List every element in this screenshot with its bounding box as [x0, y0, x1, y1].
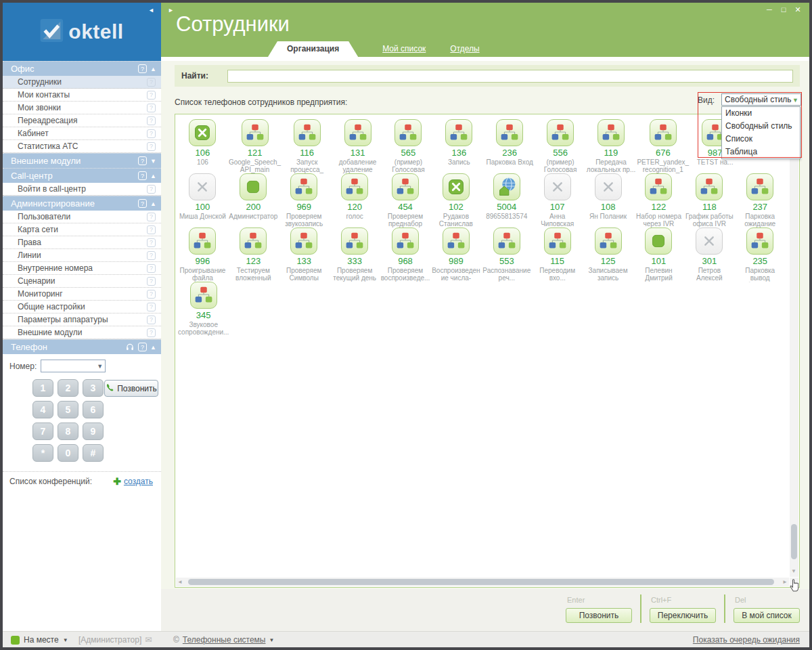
show-queue-link[interactable]: Показать очередь ожидания [693, 632, 800, 648]
vertical-scrollbar-thumb[interactable] [791, 524, 797, 559]
contact[interactable]: 345Звуковое сопровождени... [177, 282, 229, 336]
action-button[interactable]: В мой список [734, 608, 800, 623]
contact[interactable]: 236Парковка Вход [484, 119, 535, 173]
tab-1[interactable]: Мой список [382, 44, 426, 57]
vertical-scrollbar[interactable]: ▼ [790, 115, 798, 577]
mail-icon[interactable]: ✉ [145, 635, 152, 645]
contact[interactable]: 120голос [330, 173, 380, 228]
scroll-down-icon[interactable]: ▼ [791, 568, 796, 574]
contact[interactable]: 454Проверяем преднабор [380, 173, 431, 228]
contact[interactable]: 108Ян Поланик [583, 173, 633, 228]
contact[interactable]: 123Тестируем вложенный сц... [228, 228, 279, 282]
help-icon[interactable]: ? [147, 116, 156, 125]
contact[interactable]: 996Проигрывание файла [177, 228, 228, 282]
view-select[interactable]: Свободный стиль ▼ [721, 93, 801, 106]
sidebar-item[interactable]: Внешние модули? [3, 326, 161, 339]
contact[interactable]: 131добавление удаление лини... [332, 119, 383, 173]
maximize-button[interactable]: □ [777, 5, 790, 15]
sidebar-item[interactable]: Карта сети? [3, 223, 161, 236]
horizontal-scrollbar[interactable]: ◄ ► [176, 578, 789, 586]
dialpad-key-7[interactable]: 7 [32, 422, 53, 440]
contact[interactable]: 200Администратор [228, 173, 279, 228]
contact[interactable]: 136Запись [434, 119, 484, 173]
contact[interactable]: 116Запуск процесса_ Chr... [281, 119, 332, 173]
sidebar-item[interactable]: Войти в call-центр? [3, 183, 161, 196]
help-icon[interactable]: ? [147, 264, 156, 273]
contact[interactable]: 676PETER_yandex_ recognition_1 [636, 119, 690, 173]
contact[interactable]: 115Переводим вхо... [532, 228, 583, 282]
sidebar-item[interactable]: Кабинет? [3, 127, 161, 140]
contact[interactable]: 333Проверяем текущий день ... [330, 228, 380, 282]
sidebar-item[interactable]: Сотрудники? [3, 76, 161, 89]
help-icon[interactable]: ? [138, 199, 147, 208]
dialpad-key-1[interactable]: 1 [32, 379, 53, 397]
help-icon[interactable]: ? [138, 171, 147, 180]
sidebar-section-header-4[interactable]: Телефон?▲ [3, 339, 161, 354]
dialpad-key-*[interactable]: * [32, 444, 53, 462]
contact[interactable]: 235Парковка вывод абонента с па... [735, 228, 786, 282]
search-input[interactable] [227, 70, 793, 83]
contact[interactable]: 301Петров Алексей [684, 228, 735, 282]
help-icon[interactable]: ? [147, 78, 156, 87]
contact[interactable]: 133Проверяем Символы прер... [279, 228, 330, 282]
contact[interactable]: 121Google_Speech_ API_main [228, 119, 281, 173]
help-icon[interactable]: ? [147, 225, 156, 234]
help-icon[interactable]: ? [147, 238, 156, 247]
contact[interactable]: 989Воспроизведен ие числа-врем... [430, 228, 481, 282]
sidebar-item[interactable]: Пользователи? [3, 211, 161, 223]
sidebar-item[interactable]: Линии? [3, 249, 161, 262]
sidebar-item[interactable]: Мониторинг? [3, 288, 161, 301]
sidebar-item[interactable]: Переадресация? [3, 114, 161, 127]
help-icon[interactable]: ? [147, 303, 156, 311]
contact[interactable]: 556(пример) Голосовая поч... [535, 119, 586, 173]
contact[interactable]: 100Миша Донской [177, 173, 228, 228]
sidebar-item[interactable]: Статистика АТС? [3, 140, 161, 153]
chevron-up-icon[interactable]: ▲ [150, 344, 156, 351]
help-icon[interactable]: ? [147, 213, 156, 221]
contact[interactable]: 565(пример) Голосовая поч... [383, 119, 434, 173]
dialpad-key-0[interactable]: 0 [58, 444, 78, 462]
dialpad-key-6[interactable]: 6 [83, 401, 104, 418]
chevron-up-icon[interactable]: ▲ [150, 173, 156, 179]
help-icon[interactable]: ? [147, 251, 156, 260]
view-option-2[interactable]: Список [722, 133, 800, 146]
help-icon[interactable]: ? [138, 343, 147, 351]
contact[interactable]: 968Проверяем воспроизведе... [380, 228, 431, 282]
presence-selector[interactable]: На месте ▼ [11, 632, 68, 648]
chevron-up-icon[interactable]: ▲ [150, 66, 156, 72]
minimize-button[interactable]: ─ [763, 5, 775, 15]
tab-0[interactable]: Организация [268, 41, 358, 57]
view-option-1[interactable]: Свободный стиль [722, 120, 800, 133]
help-icon[interactable]: ? [147, 328, 156, 337]
dialpad-key-9[interactable]: 9 [83, 422, 104, 440]
help-icon[interactable]: ? [147, 290, 156, 299]
sidebar-item[interactable]: Сценарии? [3, 275, 161, 288]
help-icon[interactable]: ? [147, 91, 156, 100]
sidebar-item[interactable]: Общие настройки? [3, 301, 161, 313]
sidebar-section-header-3[interactable]: Администрирование?▲ [3, 196, 161, 211]
contact[interactable]: 106106 [177, 119, 228, 173]
horizontal-scrollbar-thumb[interactable] [188, 579, 774, 585]
number-input[interactable]: ▼ [41, 360, 106, 372]
action-button[interactable]: Позвонить [566, 608, 632, 623]
dialpad-key-5[interactable]: 5 [58, 401, 78, 418]
collapse-sidebar-icon[interactable]: ◄ [148, 7, 154, 14]
contact[interactable]: 500489655813574 [481, 173, 532, 228]
contact[interactable]: 107Анна Чиповская [532, 173, 583, 228]
company-link[interactable]: Телефонные системы [183, 635, 266, 645]
help-icon[interactable]: ? [147, 129, 156, 138]
tab-2[interactable]: Отделы [450, 44, 479, 57]
contact[interactable]: 125Записываем запись [583, 228, 633, 282]
chevron-down-icon[interactable]: ▼ [792, 97, 798, 104]
help-icon[interactable]: ? [138, 64, 147, 73]
contact[interactable]: 969Проверяем звукозапись [279, 173, 330, 228]
sidebar-item[interactable]: Внутренние номера? [3, 262, 161, 275]
contact[interactable]: 101Пелевин Дмитрий [633, 228, 684, 282]
chevron-down-icon[interactable]: ▼ [63, 637, 68, 643]
contact[interactable]: 119Передача локальных пр... [586, 119, 637, 173]
chevron-down-icon[interactable]: ▼ [150, 158, 156, 165]
help-icon[interactable]: ? [147, 277, 156, 286]
view-option-3[interactable]: Таблица [722, 146, 800, 158]
create-conference-link[interactable]: создать [124, 477, 153, 486]
contact[interactable]: 553Распознавание реч... [481, 228, 532, 282]
